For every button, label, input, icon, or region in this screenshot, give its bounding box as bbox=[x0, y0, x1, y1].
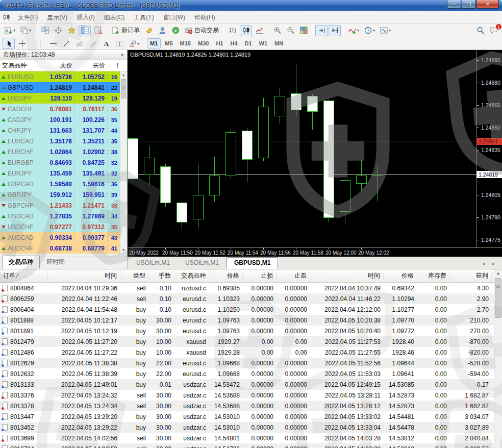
candles-button[interactable] bbox=[240, 25, 252, 36]
chart-plus-button[interactable]: ▾ bbox=[3, 25, 17, 36]
chart-tab-0[interactable]: USOILm,M1 bbox=[129, 257, 178, 269]
symbol-row-gbpjpy[interactable]: GBPJPY159.912159.95139 bbox=[0, 189, 120, 200]
menu-item-2[interactable]: 插入(I) bbox=[72, 11, 99, 24]
price-chart[interactable]: 1.248951.248801.248651.248501.248351.248… bbox=[128, 50, 502, 257]
orders-column-header-10[interactable]: 库存费 bbox=[417, 271, 450, 280]
label-t-button[interactable]: T bbox=[113, 38, 126, 49]
symbol-row-eurcad[interactable]: EURCAD1.351761.3521135 bbox=[0, 136, 120, 146]
orders-column-header-1[interactable]: 时间 bbox=[48, 271, 120, 280]
target-button[interactable] bbox=[52, 25, 64, 36]
template-button[interactable]: ▾ bbox=[378, 25, 393, 36]
symbol-row-cadjpy[interactable]: CADJPY100.191100.22635 bbox=[0, 114, 120, 125]
orders-table-header[interactable]: 订单 ∕时间类型手数交易品种价格止损止盈时间价格库存费获利 bbox=[0, 269, 502, 283]
timeframe-d1-button[interactable]: D1 bbox=[242, 38, 255, 48]
market-watch-tab-1[interactable]: 即时图 bbox=[40, 256, 71, 269]
symbol-row-eurjpy[interactable]: EURJPY135.459135.49132 bbox=[0, 168, 120, 179]
restore-button[interactable]: ❐ bbox=[462, 0, 476, 9]
order-row[interactable]: 80124862022.04.05 11:27:22buy10.00xauusd… bbox=[0, 347, 502, 358]
timeframe-w1-button[interactable]: W1 bbox=[256, 38, 271, 48]
text-a-button[interactable]: A bbox=[100, 38, 112, 49]
search-button[interactable] bbox=[474, 25, 486, 36]
symbol-row-gbpcad[interactable]: GBPCAD1.595801.5961636 bbox=[0, 179, 120, 189]
scrollbar-thumb[interactable] bbox=[121, 79, 126, 98]
order-row[interactable]: 80134522022.04.05 13:29:22buy30.00usdzar… bbox=[0, 422, 502, 433]
timeframe-mn-button[interactable]: MN bbox=[271, 38, 286, 48]
orders-column-header-6[interactable]: 止损 bbox=[243, 271, 277, 280]
crosshair-button[interactable] bbox=[16, 38, 28, 49]
clock-button[interactable]: ▾ bbox=[362, 25, 377, 36]
column-header-3[interactable]: ! bbox=[107, 62, 120, 69]
symbol-row-usdjpy[interactable]: USDJPY128.110128.12919 bbox=[0, 93, 120, 104]
symbol-row-eurchf[interactable]: EURCHF1.028641.0290238 bbox=[0, 146, 120, 157]
timeframe-h4-button[interactable]: H4 bbox=[227, 38, 240, 48]
column-header-1[interactable]: 卖价 bbox=[43, 61, 74, 70]
data-window-button[interactable] bbox=[92, 25, 104, 36]
vline-button[interactable] bbox=[34, 38, 46, 49]
close-icon[interactable]: × bbox=[120, 52, 124, 59]
order-row[interactable]: 80137042022.04.05 14:02:58sell30.00usdza… bbox=[0, 443, 502, 448]
menu-item-6[interactable]: 帮助(H) bbox=[190, 11, 220, 24]
order-row[interactable]: 80133782022.04.05 13:24:34sell30.00usdza… bbox=[0, 401, 502, 411]
market-watch-header[interactable]: 交易品种卖价买价! bbox=[0, 60, 127, 71]
expert-button[interactable] bbox=[156, 25, 168, 36]
menu-item-5[interactable]: 窗口(W) bbox=[159, 11, 190, 24]
order-row[interactable]: 80118882022.04.05 10:12:17buy30.00eurusd… bbox=[0, 315, 502, 326]
scroll-up-icon[interactable]: ▲ bbox=[120, 71, 127, 79]
minimize-button[interactable]: — bbox=[447, 0, 461, 9]
order-row[interactable]: 80124792022.04.05 11:27:20buy10.00xauusd… bbox=[0, 336, 502, 347]
symbol-row-audchf[interactable]: AUDCHF0.687380.6877941 bbox=[0, 243, 120, 254]
chat-button[interactable]: 1 bbox=[487, 25, 499, 36]
timeframe-m5-button[interactable]: M5 bbox=[162, 38, 175, 48]
shapes-button[interactable]: ▾ bbox=[127, 38, 141, 49]
chart-tab-2[interactable]: GBPUSD,M1 bbox=[227, 257, 278, 269]
tline-button[interactable] bbox=[60, 38, 72, 49]
layout-button[interactable]: ▾ bbox=[18, 25, 33, 36]
alert-button[interactable] bbox=[143, 25, 155, 36]
column-header-0[interactable]: 交易品种 bbox=[0, 61, 43, 70]
cursor-button[interactable] bbox=[3, 38, 15, 49]
orders-column-header-3[interactable]: 手数 bbox=[149, 271, 174, 280]
zoom-in-button[interactable] bbox=[271, 25, 283, 36]
hline-button[interactable] bbox=[47, 38, 59, 49]
symbol-row-eurusd[interactable]: EURUSD1.057361.0575216 bbox=[0, 71, 120, 82]
symbol-row-gbpusd[interactable]: GBPUSD1.248191.2484122 bbox=[0, 82, 120, 93]
orders-column-header-2[interactable]: 类型 bbox=[120, 271, 149, 280]
timeframe-m30-button[interactable]: M30 bbox=[195, 38, 212, 48]
doc-plus-button[interactable]: 新订单 bbox=[110, 25, 142, 36]
orders-column-header-0[interactable]: 订单 ∕ bbox=[0, 271, 48, 280]
news-button[interactable] bbox=[169, 25, 182, 36]
order-row[interactable]: 80064042022.04.04 11:54:48buy0.10eurusd.… bbox=[0, 304, 502, 315]
symbol-row-usdcad[interactable]: USDCAD1.278351.2786934 bbox=[0, 211, 120, 221]
scrollbar-thumb[interactable] bbox=[495, 278, 501, 318]
orders-column-header-8[interactable]: 时间 bbox=[310, 271, 384, 280]
bars-button[interactable] bbox=[227, 25, 239, 36]
windows-button[interactable] bbox=[297, 25, 310, 36]
column-header-2[interactable]: 买价 bbox=[74, 61, 107, 70]
timeframe-m15-button[interactable]: M15 bbox=[177, 38, 194, 48]
order-row[interactable]: 80118912022.04.05 10:12:19buy30.00eurusd… bbox=[0, 326, 502, 336]
order-row[interactable]: 80126292022.04.05 11:38:38buy22.00eurusd… bbox=[0, 358, 502, 368]
timeframe-m1-button[interactable]: M1 bbox=[147, 38, 161, 48]
order-row[interactable]: 80136992022.04.05 14:02:56sell30.00usdza… bbox=[0, 433, 502, 443]
autotrade-button[interactable]: 自动交易 bbox=[183, 25, 221, 36]
menu-item-1[interactable]: 显示(V) bbox=[42, 11, 72, 24]
close-button[interactable]: ✕ bbox=[476, 0, 499, 9]
menu-item-3[interactable]: 图表(C) bbox=[99, 11, 130, 24]
chart-tab-1[interactable]: USOILm,M1 bbox=[178, 257, 227, 269]
indicator-add-button[interactable]: ▾ bbox=[346, 25, 361, 36]
order-row[interactable]: 80131332022.04.05 12:49:01buy0.01usdzar.… bbox=[0, 379, 502, 390]
symbol-row-audcad[interactable]: AUDCAD0.903340.9037743 bbox=[0, 232, 120, 243]
title-bar[interactable]: 645474: GlobePro-REAL - GLOBE PRO Limite… bbox=[0, 0, 502, 11]
tile-button[interactable] bbox=[39, 25, 51, 36]
timeframe-h1-button[interactable]: H1 bbox=[213, 38, 226, 48]
star-button[interactable] bbox=[65, 25, 78, 36]
scroll-down-icon[interactable]: ▼ bbox=[120, 246, 127, 254]
symbol-row-usdchf[interactable]: USDCHF0.972770.9731235 bbox=[0, 221, 120, 232]
orders-column-header-4[interactable]: 交易品种 bbox=[174, 271, 209, 280]
menu-item-0[interactable]: 文件(F) bbox=[13, 11, 42, 24]
order-row[interactable]: 80048642022.04.04 10:29:36sell0.10nzdusd… bbox=[0, 283, 502, 293]
market-watch-titlebar[interactable]: 市场报价: 12:03:48 × bbox=[0, 50, 127, 60]
chart-tab-scroll-arrows[interactable]: ◂ ▸ bbox=[478, 261, 502, 269]
zoom-out-button[interactable] bbox=[284, 25, 296, 36]
linechart-button[interactable] bbox=[253, 25, 265, 36]
